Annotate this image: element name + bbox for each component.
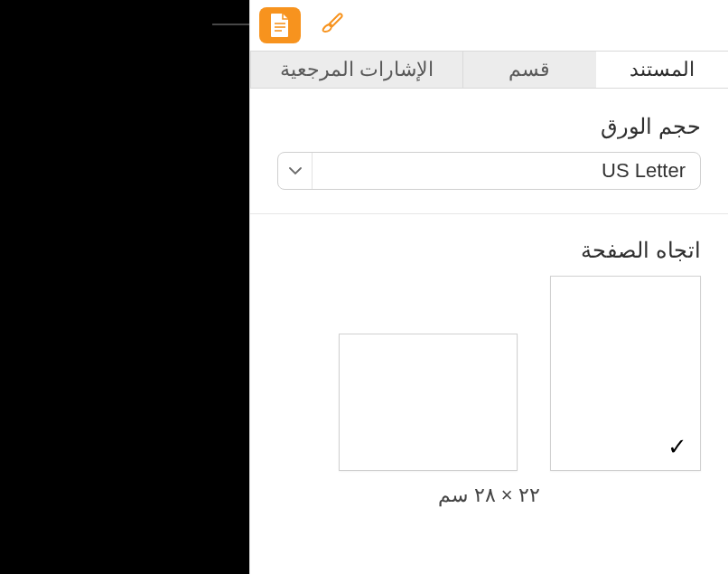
paintbrush-icon bbox=[319, 12, 346, 39]
tab-section[interactable]: قسم bbox=[462, 52, 595, 88]
document-inspector-button[interactable] bbox=[259, 7, 301, 43]
page-dimensions: ٢٢ × ٢٨ سم bbox=[277, 484, 701, 507]
orientation-options: ✓ bbox=[277, 276, 701, 471]
inspector-tabs: الإشارات المرجعية قسم المستند bbox=[250, 51, 728, 89]
orientation-portrait[interactable]: ✓ bbox=[550, 276, 701, 471]
tab-label: الإشارات المرجعية bbox=[280, 58, 434, 81]
tab-label: قسم bbox=[509, 58, 550, 81]
orientation-label: اتجاه الصفحة bbox=[277, 238, 701, 263]
section-divider bbox=[250, 213, 728, 214]
callout-line bbox=[212, 24, 250, 25]
orientation-landscape[interactable] bbox=[339, 334, 518, 471]
tab-bookmarks[interactable]: الإشارات المرجعية bbox=[250, 52, 462, 88]
format-inspector-button[interactable] bbox=[312, 7, 353, 43]
document-tab-content: حجم الورق US Letter اتجاه الصفحة ✓ ٢٢ × … bbox=[250, 89, 728, 507]
chevron-down-icon bbox=[278, 153, 313, 189]
inspector-toolbar bbox=[250, 0, 728, 51]
paper-size-label: حجم الورق bbox=[277, 114, 701, 139]
document-icon bbox=[269, 13, 291, 38]
checkmark-icon: ✓ bbox=[667, 433, 687, 461]
inspector-panel: الإشارات المرجعية قسم المستند حجم الورق … bbox=[249, 0, 728, 574]
tab-document[interactable]: المستند bbox=[596, 52, 728, 88]
paper-size-value: US Letter bbox=[313, 159, 700, 183]
paper-size-select[interactable]: US Letter bbox=[277, 152, 701, 190]
tab-label: المستند bbox=[630, 58, 695, 81]
